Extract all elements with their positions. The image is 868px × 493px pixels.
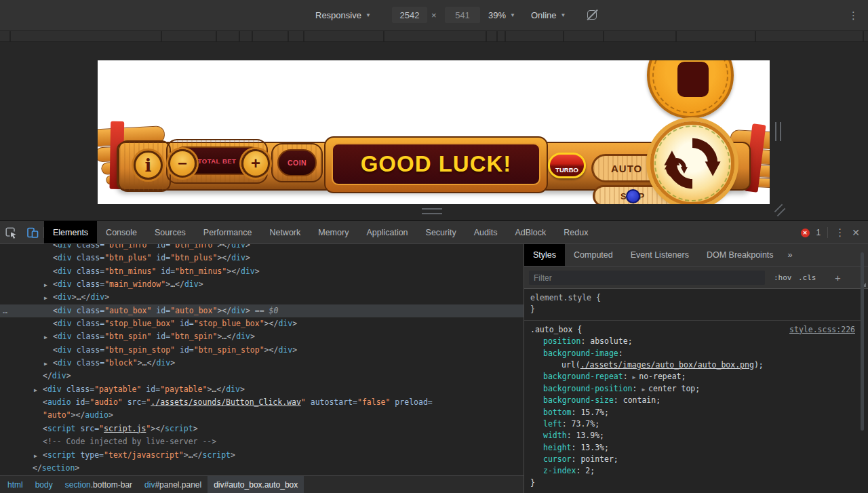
tree-expand-arrow[interactable]: ▶ [44,279,47,292]
code-line[interactable]: </div> [0,370,524,382]
style-line[interactable]: background-size: contain; [524,395,863,406]
devtools-close-icon[interactable]: ✕ [852,227,860,238]
style-line[interactable]: cursor: pointer; [524,454,863,465]
code-line[interactable]: <div class="btn_plus" id="btn_plus"></di… [0,252,524,264]
toggle-hover-state-button[interactable]: :hov [774,267,792,289]
style-line[interactable]: element.style { [524,292,863,304]
inspect-element-icon[interactable] [0,221,22,243]
breadcrumb-item[interactable]: body [29,476,59,493]
code-line[interactable]: ▶<div class="paytable" id="paytable">…</… [0,383,524,396]
tree-expand-arrow[interactable]: ▶ [34,384,37,397]
spin-button[interactable] [650,121,734,204]
code-line[interactable]: </section> [0,462,524,475]
tree-expand-arrow[interactable]: ▶ [34,450,37,462]
tab-memory[interactable]: Memory [309,221,357,243]
viewport-width-field[interactable]: 2542 [392,7,427,23]
code-token: < [53,279,58,289]
tab-adblock[interactable]: AdBlock [506,221,555,243]
code-line[interactable]: …<div class="auto_box" id="auto_box"></d… [0,304,524,317]
error-badge-icon[interactable]: ✕ [801,229,810,237]
styles-scrollbar[interactable] [861,252,864,431]
style-line[interactable]: width: 13.9%; [524,430,863,441]
stylesheet-link[interactable]: style.scss:226 [789,324,855,336]
bet-plus-button[interactable]: + [241,149,270,178]
code-token: section [42,463,75,473]
code-line[interactable]: "auto"></audio> [0,409,524,422]
style-line[interactable]: left: 73.7%; [524,418,863,430]
style-line[interactable]: } [524,477,863,489]
code-line[interactable]: <audio id="audio" src="./assets/sounds/B… [0,396,524,409]
code-line[interactable]: <!-- Code injected by live-server --> [0,435,524,448]
viewport-height-field[interactable]: 541 [445,7,480,23]
more-tabs-icon[interactable]: » [783,244,798,266]
code-line[interactable]: ▶<script type="text/javascript">…</scrip… [0,449,524,462]
style-line[interactable]: bottom: 15.7%; [524,407,863,418]
code-line[interactable]: <div class="stop_blue_box" id="stop_blue… [0,317,524,330]
tree-expand-arrow[interactable]: ▶ [44,331,47,344]
style-line[interactable]: position: absolute; [524,336,863,347]
network-throttle-select[interactable]: Online ▼ [531,0,566,31]
devtools-menu-icon[interactable]: ⋮ [835,226,845,239]
code-token: > [231,450,235,460]
code-token: div [58,319,72,328]
style-line[interactable]: background-position: ▶ center top; [524,383,863,395]
tab-security[interactable]: Security [417,221,465,243]
styles-filter-input[interactable] [529,271,765,285]
style-line[interactable]: background-image: [524,348,863,359]
device-toolbar-toggle-icon[interactable] [22,221,43,243]
turbo-button[interactable]: TURBO [548,153,586,178]
breadcrumb-item[interactable]: div#auto_box.auto_box [208,476,304,493]
bet-minus-button[interactable]: − [168,149,197,178]
rotate-viewport-icon[interactable] [586,9,599,22]
media-query-bar[interactable] [0,31,868,42]
style-token: url( [561,360,580,370]
code-line[interactable]: ▶<div>…</div> [0,291,524,304]
tab-sources[interactable]: Sources [146,221,195,243]
breadcrumb-item[interactable]: section.bottom-bar [59,476,138,493]
tree-expand-arrow[interactable]: ▶ [44,357,47,370]
styles-tabs: StylesComputedEvent ListenersDOM Breakpo… [524,244,783,266]
tab-computed[interactable]: Computed [565,244,622,266]
style-line[interactable]: .auto_box {style.scss:226 [524,324,863,336]
coin-block[interactable]: COIN [271,143,323,182]
style-line[interactable]: } [524,304,863,315]
breadcrumb-item[interactable]: html [1,476,29,493]
new-style-rule-button[interactable]: + [835,267,841,289]
toggle-class-button[interactable]: .cls [798,267,816,289]
tab-application[interactable]: Application [357,221,416,243]
code-line[interactable]: ▶<div class="btn_spin" id="btn_spin">…</… [0,330,524,343]
zoom-select[interactable]: 39% ▼ [488,0,515,31]
style-line[interactable]: height: 13.3%; [524,442,863,454]
tab-audits[interactable]: Audits [465,221,507,243]
style-line[interactable]: background-repeat: ▶ no-repeat; [524,371,863,382]
code-line[interactable]: <div class="btn_minus" id="btn_minus"></… [0,265,524,278]
code-token: </ [43,371,52,380]
info-button[interactable]: i [134,151,163,180]
tab-performance[interactable]: Performance [195,221,261,243]
coin-label: COIN [288,159,307,167]
breadcrumb-item[interactable]: div#panel.panel [138,476,208,493]
style-rule-block[interactable]: element.style {} [524,289,863,321]
code-line[interactable]: ▶<div class="block">…</div> [0,357,524,370]
tab-network[interactable]: Network [260,221,309,243]
tab-dom-breakpoints[interactable]: DOM Breakpoints [698,244,783,266]
more-actions-ellipsis[interactable]: … [3,304,7,317]
viewport-resize-handle-right[interactable] [775,122,781,141]
device-mode-select[interactable]: Responsive ▼ [315,0,371,31]
tab-event-listeners[interactable]: Event Listeners [622,244,698,266]
code-line[interactable]: <div class="btn_spin_stop" id="btn_spin_… [0,344,524,357]
tab-console[interactable]: Console [97,221,146,243]
style-rule-block[interactable]: .auto_box {style.scss:226position: absol… [524,321,863,493]
tab-redux[interactable]: Redux [555,221,597,243]
tab-styles[interactable]: Styles [524,244,565,266]
style-token: width [543,431,567,440]
viewport-resize-handle-bottom[interactable] [422,208,442,214]
style-line[interactable]: z-index: 2; [524,465,863,477]
tab-elements[interactable]: Elements [44,221,97,243]
tree-expand-arrow[interactable]: ▶ [44,292,47,304]
code-line[interactable]: ▶<div class="main_window">…</div> [0,278,524,291]
style-line[interactable]: url(./assets/images/auto_box/auto_box.pn… [524,359,863,371]
device-toolbar-menu-icon[interactable]: ⋮ [848,0,859,31]
code-line[interactable]: <script src="script.js"></script> [0,422,524,435]
code-line[interactable]: <div class="btn_info" id="btn_info"></di… [0,244,524,252]
